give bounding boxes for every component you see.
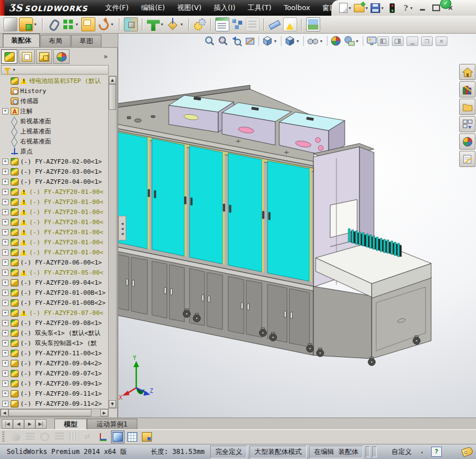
expand-icon[interactable]: + xyxy=(2,370,8,377)
open-file-button[interactable]: ▾ xyxy=(354,4,369,12)
door-window[interactable] xyxy=(152,138,184,256)
tree-item[interactable]: + (-) FY-AZYF20-09-07<1> xyxy=(0,368,109,378)
view-palette-icon[interactable] xyxy=(459,116,475,132)
doc-restore-icon[interactable]: ❐ xyxy=(421,36,433,46)
chevron-down-icon[interactable]: ▾ xyxy=(381,6,383,11)
new-file-button[interactable]: ▾ xyxy=(339,3,353,13)
floppy-icon[interactable] xyxy=(140,430,154,443)
expand-icon[interactable]: + xyxy=(2,229,8,235)
shaded-cube-icon[interactable] xyxy=(111,430,124,443)
expand-icon[interactable]: + xyxy=(2,219,8,225)
tab-scroll-prev-icon[interactable]: ◀ xyxy=(13,419,24,429)
graphics-area[interactable]: Y X Z xyxy=(118,34,476,418)
rollback-icon[interactable] xyxy=(38,430,52,443)
scroll-down-icon[interactable]: ▼ xyxy=(109,400,116,408)
separator[interactable] xyxy=(299,18,304,31)
table-grid-icon[interactable] xyxy=(126,430,139,443)
doc-close-icon[interactable]: ✕ xyxy=(436,36,447,46)
assembly-features-icon[interactable]: ▾ xyxy=(147,18,165,31)
door-window[interactable] xyxy=(190,146,223,264)
zoom-fit-icon[interactable] xyxy=(204,35,216,47)
tab-scroll-last-icon[interactable]: ▶| xyxy=(35,419,47,429)
expand-icon[interactable]: + xyxy=(2,249,8,256)
expand-icon[interactable]: + xyxy=(2,320,8,326)
pane-right-icon[interactable] xyxy=(392,36,404,46)
scrollbar-thumb[interactable] xyxy=(8,409,91,416)
toolbar-grip[interactable] xyxy=(2,432,4,443)
configurationmanager-tab[interactable] xyxy=(36,49,52,64)
expand-icon[interactable]: + xyxy=(2,300,8,306)
assembly-visualization-icon[interactable] xyxy=(283,17,297,31)
scroll-left-icon[interactable]: ◀ xyxy=(1,409,8,416)
tree-item[interactable]: + (-) FY-AZYF20-01-00B<1> xyxy=(0,288,109,298)
expand-icon[interactable]: + xyxy=(2,401,8,407)
bill-of-materials-icon[interactable] xyxy=(215,17,229,31)
tree-item[interactable]: 原点 xyxy=(0,146,109,156)
chevron-down-icon[interactable]: ▾ xyxy=(297,39,299,44)
reference-geometry-icon[interactable]: ▾ xyxy=(167,18,184,31)
tree-item[interactable]: + (-) FY-AZYF20-09-11<1> xyxy=(0,388,109,398)
custom-view-label[interactable]: 自定义 xyxy=(388,446,415,458)
chevron-down-icon[interactable]: ▾ xyxy=(366,6,368,11)
scroll-right-icon[interactable]: ▶ xyxy=(100,409,108,416)
doc-minimize-icon[interactable]: ▁ xyxy=(406,36,418,46)
machine-model-3d[interactable]: Y X Z xyxy=(118,34,476,418)
chevron-down-icon[interactable]: ▾ xyxy=(181,22,183,27)
expand-icon[interactable]: + xyxy=(2,189,8,195)
expand-icon[interactable]: + xyxy=(2,259,8,266)
tree-item[interactable]: ! 锂电池组装机STEP (默认 xyxy=(0,76,109,86)
tree-item[interactable]: 前视基准面 xyxy=(0,116,109,126)
tree-item[interactable]: + (-) FY-AZYF20-01-00B<2> xyxy=(0,298,109,308)
tree-item[interactable]: + ! (-) FY-AZYF20-01-00< xyxy=(0,227,109,237)
help-menu-button[interactable]: ? xyxy=(404,4,408,12)
expand-icon[interactable]: + xyxy=(2,340,8,346)
tree-item[interactable]: + (-) FY-AZYF20-09-08<1> xyxy=(0,318,109,328)
scroll-up-icon[interactable]: ▲ xyxy=(109,76,116,84)
tree-item[interactable]: + (-) FY-AZYF20-04-00<1> xyxy=(0,177,109,187)
home-icon[interactable] xyxy=(459,64,475,80)
chevron-down-icon[interactable]: ▾ xyxy=(410,6,413,11)
new-motion-study-icon[interactable] xyxy=(193,18,206,31)
expand-icon[interactable]: + xyxy=(2,280,8,286)
tree-item[interactable]: + (-) FY-AZYF20-09-09<1> xyxy=(0,378,109,388)
insert-components-icon[interactable]: ▾ xyxy=(19,17,38,31)
chevron-down-icon[interactable]: ▾ xyxy=(34,22,36,27)
chevron-down-icon[interactable]: ▾ xyxy=(13,67,15,72)
tree-horizontal-scrollbar[interactable]: ◀ ▶ xyxy=(0,409,109,417)
view-orientation-icon[interactable]: ▾ xyxy=(261,35,279,47)
chevron-down-icon[interactable]: ▾ xyxy=(274,39,276,44)
section-view-icon[interactable] xyxy=(244,35,256,47)
hide-show-items-icon[interactable]: ▾ xyxy=(306,35,325,47)
tree-item[interactable]: 右视基准面 xyxy=(0,136,109,146)
tab-scroll-first-icon[interactable]: |◀ xyxy=(2,419,13,429)
tree-item[interactable]: + ! (-) FY-AZYF20-01-00< xyxy=(0,237,109,247)
chevron-down-icon[interactable]: ▾ xyxy=(76,22,78,27)
tree-item[interactable]: + (-) FY-AZYF20-11-00<1> xyxy=(0,348,109,358)
grid-icon[interactable] xyxy=(67,430,81,443)
minimize-button[interactable] xyxy=(417,3,428,12)
expand-icon[interactable]: + xyxy=(2,391,8,397)
save-file-button[interactable]: ▾ xyxy=(371,3,385,13)
door-window[interactable] xyxy=(267,161,309,281)
show-hidden-components-icon[interactable] xyxy=(124,17,138,31)
expand-icon[interactable]: + xyxy=(2,350,8,356)
tab-motion-study[interactable]: 运动算例1 xyxy=(87,419,137,429)
interference-detection-icon[interactable] xyxy=(269,18,281,31)
expand-icon[interactable]: + xyxy=(2,381,8,387)
expand-icon[interactable]: + xyxy=(2,179,8,185)
separator[interactable] xyxy=(140,18,145,31)
tree-item[interactable]: + (-) FY-AZYF20-06-00<1> xyxy=(0,257,109,267)
tab-sketch[interactable]: 草图 xyxy=(71,35,101,47)
status-help-icon[interactable]: ? xyxy=(431,447,442,457)
mate-icon[interactable] xyxy=(47,18,60,31)
chevron-down-icon[interactable]: ▾ xyxy=(349,6,351,11)
flat-lines-icon[interactable] xyxy=(53,430,66,443)
expand-icon[interactable]: + xyxy=(2,209,8,215)
tree-item[interactable]: + (-) FY-AZYF20-09-04<1> xyxy=(0,277,109,288)
take-snapshot-icon[interactable] xyxy=(306,17,320,31)
separator[interactable] xyxy=(261,18,267,31)
appearances-scenes-icon[interactable] xyxy=(459,133,475,150)
menu-item[interactable]: 文件(F) xyxy=(100,2,133,15)
tree-item[interactable]: + ! (-) FY-AZYF20-01-00< xyxy=(0,207,109,217)
chevron-down-icon[interactable]: ▾ xyxy=(320,39,322,44)
